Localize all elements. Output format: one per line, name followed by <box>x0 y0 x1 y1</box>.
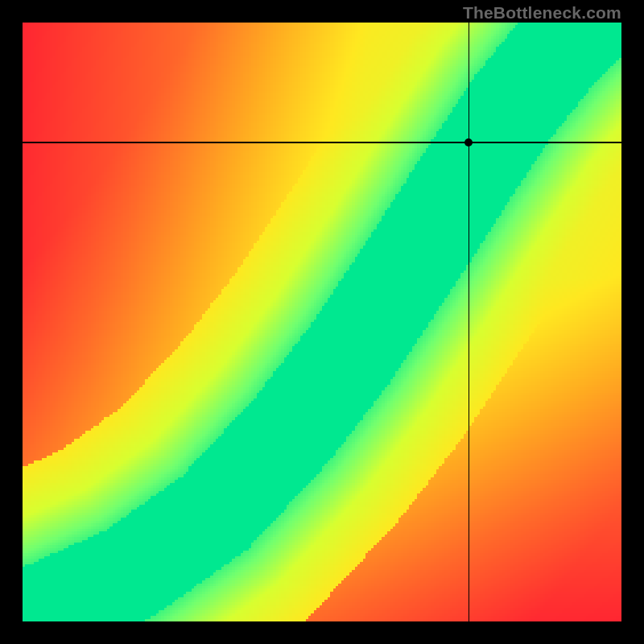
selection-marker <box>464 138 473 147</box>
crosshair-vertical <box>469 23 470 621</box>
crosshair-horizontal <box>23 142 621 143</box>
chart-container: TheBottleneck.com <box>0 0 644 644</box>
watermark-text: TheBottleneck.com <box>463 3 621 23</box>
heatmap-plot <box>23 23 621 621</box>
heatmap-canvas <box>23 23 621 621</box>
